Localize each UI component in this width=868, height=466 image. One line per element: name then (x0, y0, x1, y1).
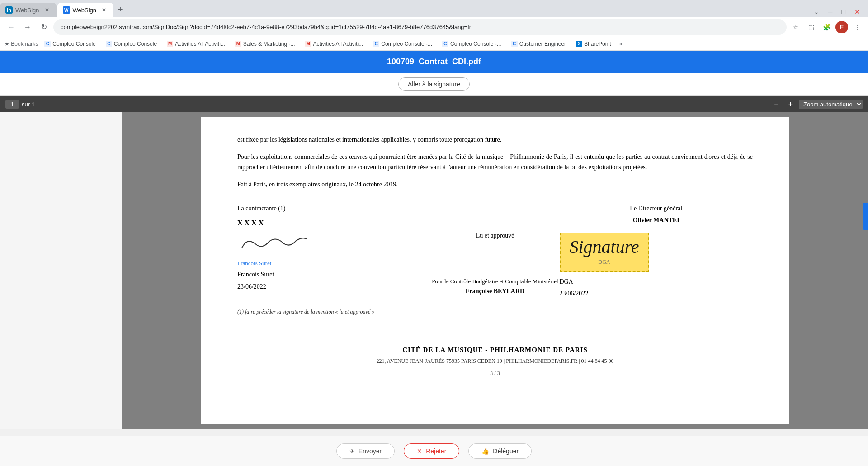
bookmark-label-3: Activities All Activiti... (175, 41, 225, 47)
sig-left-name: Francois Suret (237, 270, 431, 280)
restore-button[interactable]: ─ (825, 6, 836, 17)
budget-label: Pour le Contrôle Budgétaire et Comptable… (431, 277, 560, 286)
compleo-favicon-3: C (373, 41, 379, 47)
handwriting-svg (237, 233, 310, 255)
tab1-favicon: in (5, 6, 13, 14)
app-header: 100709_Contrat_CDI.pdf (0, 51, 868, 73)
bookmark-label-5: Activities All Activiti... (313, 41, 363, 47)
screen-cast-icon[interactable]: ⬚ (805, 21, 817, 33)
nav-bar: ← → ↻ compleowebsign2202.symtrax.com/Sig… (0, 17, 868, 37)
budget-name: Françoise BEYLARD (431, 286, 560, 296)
nav-actions: ☆ ⬚ 🧩 F ⋮ (789, 21, 863, 33)
tab1-label: WebSign (15, 7, 39, 14)
zoom-select[interactable]: Zoom automatique 100% 150% 200% (799, 100, 863, 109)
bookmark-star-icon[interactable]: ☆ (789, 21, 802, 33)
close-button[interactable]: ✕ (851, 6, 863, 17)
compleo-favicon-4: C (442, 41, 448, 47)
extensions-icon[interactable]: 🧩 (820, 21, 833, 33)
app-title: 100709_Contrat_CDI.pdf (387, 57, 481, 66)
back-button[interactable]: ← (5, 20, 18, 34)
more-bookmarks-icon[interactable]: » (619, 41, 622, 47)
left-panel (0, 112, 122, 429)
forward-button[interactable]: → (21, 20, 34, 34)
pdf-paragraph-2: Pour les exploitations commerciales de c… (237, 152, 753, 172)
send-label: Envoyer (359, 447, 382, 455)
action-bar: Aller à la signature (0, 73, 868, 96)
delegate-label: Déléguer (493, 447, 519, 455)
sales-favicon: M (235, 41, 241, 47)
sig-xxxx: XXXX (237, 217, 431, 229)
customer-engineer-favicon: C (511, 41, 518, 47)
zoom-out-button[interactable]: − (770, 99, 782, 109)
tab2-favicon: W (63, 6, 70, 14)
bookmarks-bar: ★ Bookmarks C Compleo Console C Compleo … (0, 37, 868, 51)
bookmark-activities-2[interactable]: M Activities All Activiti... (302, 39, 367, 48)
directeur-title: Le Directeur général (560, 204, 753, 214)
right-sidebar-tab[interactable] (863, 203, 868, 230)
svg-text:W: W (64, 8, 69, 13)
signature-section: La contractante (1) XXXX Francois Suret … (237, 204, 753, 299)
page-number-input[interactable] (5, 100, 19, 109)
maximize-button[interactable]: □ (838, 6, 849, 17)
bookmark-compleo-console-4[interactable]: C Compleo Console -... (439, 39, 505, 48)
tab-list-button[interactable]: ⌄ (810, 6, 823, 17)
browser-chrome: in WebSign ✕ W WebSign ✕ + ⌄ ─ □ ✕ ← → ↻… (0, 0, 868, 51)
activities-favicon-2: M (305, 41, 311, 47)
tab-end-controls: ⌄ ─ □ ✕ (810, 6, 868, 17)
send-button[interactable]: ✈ Envoyer (336, 443, 395, 459)
signature-text: Signature (570, 238, 639, 256)
sig-middle-block: Lu et approuvé Pour le Contrôle Budgétai… (431, 204, 560, 299)
bookmark-label-7: Compleo Console -... (450, 41, 501, 47)
tab-2[interactable]: W WebSign ✕ (57, 3, 114, 17)
dga-small-label: DGA (570, 258, 639, 266)
send-icon: ✈ (349, 447, 355, 455)
sig-right-date: 23/06/2022 (560, 289, 753, 299)
sig-left-date: 23/06/2022 (237, 282, 431, 292)
footnote: (1) faire précéder la signature de la me… (237, 308, 753, 316)
bookmark-label-4: Sales & Marketing -... (243, 41, 295, 47)
bookmark-compleo-console-3[interactable]: C Compleo Console -... (369, 39, 436, 48)
sig-left-block: La contractante (1) XXXX Francois Suret … (237, 204, 431, 299)
pdf-document: est fixée par les législations nationale… (201, 117, 789, 424)
sharepoint-favicon: S (576, 41, 582, 47)
new-tab-button[interactable]: + (113, 2, 127, 17)
bookmark-label-6: Compleo Console -... (381, 41, 432, 47)
address-text: compleowebsign2202.symtrax.com/SignDoc/S… (61, 24, 471, 30)
tab1-close[interactable]: ✕ (43, 6, 51, 14)
page-indicator: sur 1 (5, 100, 35, 109)
bookmark-label-8: Customer Engineer (519, 41, 566, 47)
zoom-in-button[interactable]: + (785, 99, 796, 109)
bookmarks-label: ★ Bookmarks (5, 41, 38, 47)
tab-bar: in WebSign ✕ W WebSign ✕ + ⌄ ─ □ ✕ (0, 0, 868, 17)
reload-button[interactable]: ↻ (37, 20, 51, 34)
goto-signature-button[interactable]: Aller à la signature (398, 77, 470, 91)
budget-section: Pour le Contrôle Budgétaire et Comptable… (431, 277, 560, 296)
compleo-favicon-2: C (106, 41, 112, 47)
sig-francois-link[interactable]: Francois Suret (237, 259, 431, 268)
bottom-action-bar: ✈ Envoyer ✕ Rejeter 👍 Déléguer (0, 436, 868, 466)
sig-left-title: La contractante (1) (237, 204, 431, 214)
footer-org: CITÉ DE LA MUSIQUE - PHILHARMONIE DE PAR… (237, 335, 753, 366)
dga-text: DGA (560, 277, 753, 287)
bookmark-customer-engineer[interactable]: C Customer Engineer (508, 39, 570, 48)
profile-icon[interactable]: F (835, 21, 848, 33)
tab2-label: WebSign (73, 7, 97, 14)
pdf-paragraph-1: est fixée par les législations nationale… (237, 135, 753, 145)
pdf-area: est fixée par les législations nationale… (0, 112, 868, 429)
delegate-button[interactable]: 👍 Déléguer (468, 443, 532, 459)
bookmark-sales[interactable]: M Sales & Marketing -... (231, 39, 299, 48)
reject-icon: ✕ (417, 447, 422, 455)
bookmark-label-1: Compleo Console (52, 41, 95, 47)
zoom-controls: − + Zoom automatique 100% 150% 200% (770, 99, 863, 109)
page-total: sur 1 (22, 101, 35, 108)
bookmark-sharepoint[interactable]: S SharePoint (572, 39, 614, 48)
bookmark-activities-1[interactable]: M Activities All Activiti... (163, 39, 229, 48)
pdf-toolbar: sur 1 − + Zoom automatique 100% 150% 200… (0, 96, 868, 112)
bookmark-compleo-console-2[interactable]: C Compleo Console (102, 39, 160, 48)
tab-1[interactable]: in WebSign ✕ (0, 3, 57, 17)
address-bar[interactable]: compleowebsign2202.symtrax.com/SignDoc/S… (53, 19, 787, 35)
bookmark-compleo-console-1[interactable]: C Compleo Console (41, 39, 99, 48)
tab2-close[interactable]: ✕ (100, 6, 108, 14)
more-menu-icon[interactable]: ⋮ (851, 21, 863, 33)
reject-button[interactable]: ✕ Rejeter (404, 443, 459, 459)
